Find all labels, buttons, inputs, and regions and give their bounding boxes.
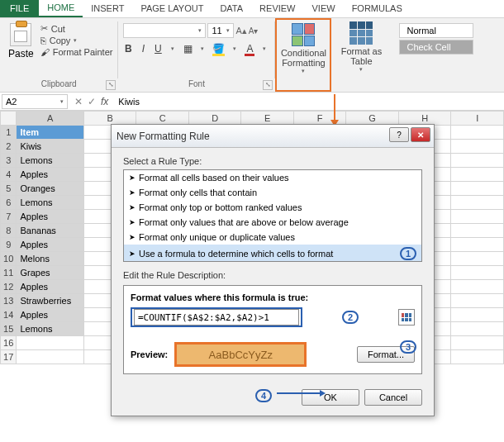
formula-bar[interactable]: Kiwis bbox=[113, 97, 140, 107]
close-button[interactable]: ✕ bbox=[411, 127, 430, 142]
rule-type-item[interactable]: ➤Format only values that are above or be… bbox=[124, 215, 421, 230]
formula-input[interactable] bbox=[134, 309, 299, 326]
cell[interactable] bbox=[451, 336, 504, 350]
row-header[interactable]: 3 bbox=[1, 154, 17, 168]
rule-type-list[interactable]: ➤Format all cells based on their values➤… bbox=[123, 169, 422, 262]
row-header[interactable]: 1 bbox=[1, 126, 17, 140]
row-header[interactable]: 7 bbox=[1, 210, 17, 224]
cell[interactable]: Kiwis bbox=[17, 140, 84, 154]
cell[interactable] bbox=[451, 280, 504, 294]
cancel-button[interactable]: Cancel bbox=[364, 389, 422, 406]
row-header[interactable]: 17 bbox=[1, 350, 17, 364]
cell[interactable] bbox=[451, 224, 504, 238]
fx-icon[interactable]: fx bbox=[101, 96, 108, 107]
row-header[interactable]: 10 bbox=[1, 252, 17, 266]
row-header[interactable]: 9 bbox=[1, 238, 17, 252]
row-header[interactable]: 4 bbox=[1, 168, 17, 182]
tab-review[interactable]: REVIEW bbox=[251, 0, 303, 17]
rule-type-item[interactable]: ➤Format only top or bottom ranked values bbox=[124, 200, 421, 215]
underline-button[interactable]: U bbox=[153, 43, 163, 55]
conditional-formatting-button[interactable]: Conditional Formatting▾ bbox=[278, 21, 328, 76]
tab-file[interactable]: FILE bbox=[0, 0, 39, 17]
cell[interactable]: Melons bbox=[17, 252, 84, 266]
row-header[interactable]: 6 bbox=[1, 196, 17, 210]
font-size-select[interactable]: 11▾ bbox=[207, 23, 234, 38]
cut-button[interactable]: ✂Cut bbox=[40, 23, 113, 34]
range-selector-button[interactable] bbox=[398, 309, 415, 326]
cell[interactable]: Item bbox=[17, 126, 84, 140]
col-header[interactable]: E bbox=[241, 112, 293, 126]
cell[interactable]: Lemons bbox=[17, 322, 84, 336]
row-header[interactable]: 5 bbox=[1, 182, 17, 196]
row-header[interactable]: 13 bbox=[1, 294, 17, 308]
cell[interactable] bbox=[451, 196, 504, 210]
cell[interactable]: Strawberries bbox=[17, 294, 84, 308]
rule-type-item[interactable]: ➤Use a formula to determine which cells … bbox=[124, 245, 421, 262]
cell[interactable]: Oranges bbox=[17, 182, 84, 196]
col-header[interactable]: H bbox=[398, 112, 450, 126]
cell-style-normal[interactable]: Normal bbox=[399, 23, 473, 38]
cell[interactable] bbox=[451, 350, 504, 364]
row-header[interactable]: 8 bbox=[1, 224, 17, 238]
font-launcher[interactable]: ⤡ bbox=[263, 80, 273, 90]
cancel-formula-icon[interactable]: ✕ bbox=[74, 96, 83, 107]
format-painter-button[interactable]: 🖌Format Painter bbox=[40, 47, 113, 57]
cell[interactable]: Apples bbox=[17, 308, 84, 322]
clipboard-launcher[interactable]: ⤡ bbox=[106, 80, 116, 90]
col-header[interactable]: A bbox=[17, 112, 84, 126]
row-header[interactable]: 12 bbox=[1, 280, 17, 294]
rule-type-item[interactable]: ➤Format all cells based on their values bbox=[124, 170, 421, 185]
font-color-button[interactable]: A bbox=[245, 43, 254, 55]
col-header[interactable]: G bbox=[346, 112, 399, 126]
cell[interactable]: Apples bbox=[17, 210, 84, 224]
cell[interactable] bbox=[451, 252, 504, 266]
tab-page-layout[interactable]: PAGE LAYOUT bbox=[132, 0, 212, 17]
ok-button[interactable]: OK bbox=[302, 389, 359, 406]
row-header[interactable]: 14 bbox=[1, 308, 17, 322]
col-header[interactable]: I bbox=[451, 112, 504, 126]
tab-formulas[interactable]: FORMULAS bbox=[344, 0, 411, 17]
cell[interactable] bbox=[451, 238, 504, 252]
decrease-font-icon[interactable]: A▾ bbox=[249, 26, 259, 36]
copy-button[interactable]: ⎘Copy▾ bbox=[40, 36, 113, 45]
cell[interactable]: Lemons bbox=[17, 196, 84, 210]
cell[interactable] bbox=[451, 154, 504, 168]
tab-view[interactable]: VIEW bbox=[304, 0, 344, 17]
border-button[interactable]: ▦ bbox=[183, 43, 193, 55]
row-header[interactable]: 11 bbox=[1, 266, 17, 280]
bold-button[interactable]: B bbox=[123, 43, 133, 55]
italic-button[interactable]: I bbox=[138, 43, 148, 55]
cell[interactable] bbox=[451, 126, 504, 140]
cell[interactable] bbox=[451, 140, 504, 154]
cell[interactable] bbox=[451, 294, 504, 308]
format-as-table-button[interactable]: Format as Table▾ bbox=[336, 20, 386, 74]
enter-formula-icon[interactable]: ✓ bbox=[88, 96, 96, 107]
cell[interactable] bbox=[451, 210, 504, 224]
cell[interactable]: Bananas bbox=[17, 224, 84, 238]
row-header[interactable]: 15 bbox=[1, 322, 17, 336]
col-header[interactable]: C bbox=[136, 112, 188, 126]
fill-color-button[interactable]: 🪣 bbox=[212, 43, 225, 55]
paste-button[interactable]: Paste bbox=[5, 20, 37, 63]
col-header[interactable]: D bbox=[188, 112, 240, 126]
row-header[interactable]: 2 bbox=[1, 140, 17, 154]
cell[interactable]: Apples bbox=[17, 238, 84, 252]
cell[interactable] bbox=[451, 322, 504, 336]
cell[interactable]: Lemons bbox=[17, 154, 84, 168]
cell[interactable] bbox=[451, 308, 504, 322]
rule-type-item[interactable]: ➤Format only unique or duplicate values bbox=[124, 230, 421, 245]
cell[interactable] bbox=[17, 336, 84, 350]
rule-type-item[interactable]: ➤Format only cells that contain bbox=[124, 185, 421, 200]
tab-home[interactable]: HOME bbox=[39, 0, 83, 17]
help-button[interactable]: ? bbox=[389, 127, 409, 142]
select-all-corner[interactable] bbox=[1, 112, 17, 126]
font-name-select[interactable]: ▾ bbox=[123, 23, 206, 38]
cell[interactable]: Grapes bbox=[17, 266, 84, 280]
cell[interactable]: Apples bbox=[17, 168, 84, 182]
name-box[interactable]: A2▾ bbox=[2, 94, 68, 109]
cell[interactable] bbox=[17, 350, 84, 364]
increase-font-icon[interactable]: A▴ bbox=[235, 26, 246, 36]
col-header[interactable]: B bbox=[83, 112, 136, 126]
cell[interactable] bbox=[451, 266, 504, 280]
cell[interactable] bbox=[451, 182, 504, 196]
